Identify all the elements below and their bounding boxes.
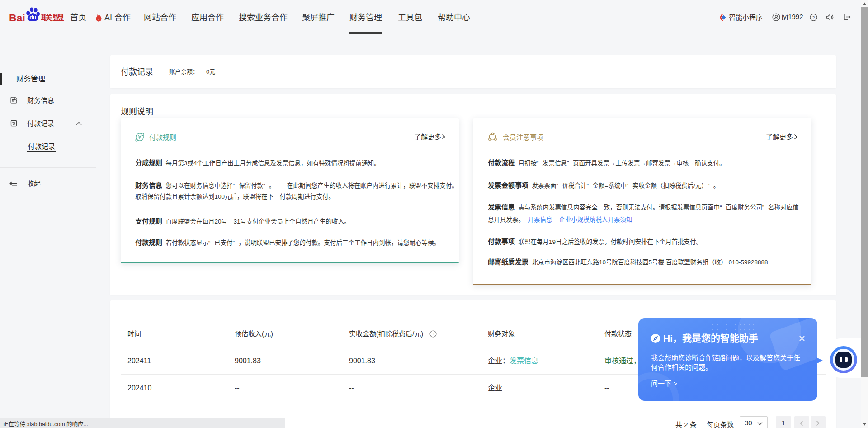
svg-text:?: ? [812,15,815,20]
svg-text:du: du [29,14,36,21]
svg-text:?: ? [432,332,434,336]
